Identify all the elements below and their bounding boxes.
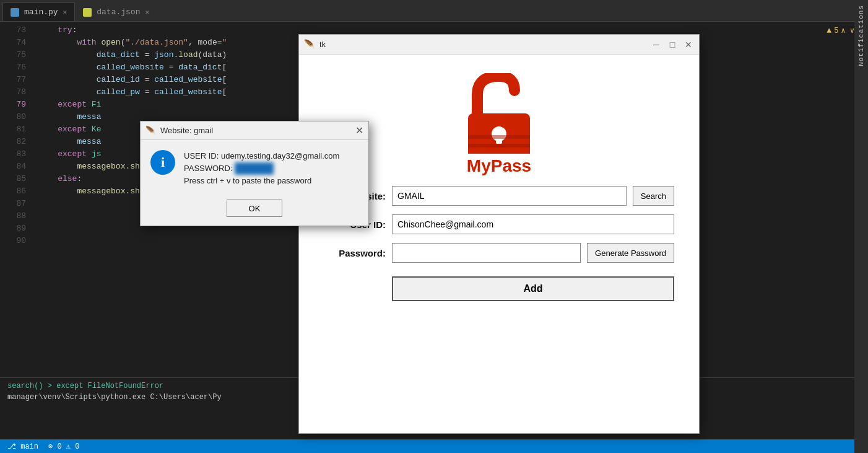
json-icon <box>83 8 92 17</box>
bottom-bar: ⎇ main ⊗ 0 ⚠ 0 <box>0 439 868 453</box>
dialog-footer: OK <box>141 195 368 226</box>
mypass-logo-area: MyPass <box>459 73 539 176</box>
dialog-close-button[interactable]: ✕ <box>355 126 363 136</box>
dialog-userid-line: USER ID: udemy.testing.day32@gmail.com <box>184 150 358 162</box>
notifications-label: Notifications <box>857 5 865 66</box>
tab-data-json-close[interactable]: ✕ <box>145 8 149 16</box>
add-row: Add <box>324 271 674 301</box>
tab-main-py-close[interactable]: ✕ <box>63 8 67 16</box>
tab-main-py[interactable]: main.py ✕ <box>2 2 75 21</box>
dialog-website-gmail: 🪶 Website: gmail ✕ i USER ID: udemy.test… <box>140 121 369 226</box>
mypass-title-icon: 🪶 <box>304 39 315 50</box>
mypass-title-text: tk <box>319 40 646 49</box>
dialog-password-hidden: •••••••••••• <box>235 162 274 175</box>
generate-password-button[interactable]: Generate Password <box>587 243 674 263</box>
mypass-window-controls: ─ □ ✕ <box>651 39 694 50</box>
dialog-hint-line: Press ctrl + v to paste the password <box>184 175 358 187</box>
svg-rect-4 <box>468 144 530 147</box>
py-icon <box>11 8 19 17</box>
password-label: Password: <box>324 248 386 258</box>
warnings-bar: ▲ 5 ∧ ∨ <box>827 26 854 35</box>
password-row: Password: Generate Password <box>324 243 674 263</box>
mypass-close-button[interactable]: ✕ <box>683 39 694 50</box>
dialog-title-icon: 🪶 <box>145 126 155 135</box>
line-numbers: 73747576 777879 80818283 84858687 888990 <box>0 22 31 377</box>
add-button[interactable]: Add <box>392 276 674 301</box>
tab-main-py-label: main.py <box>24 7 58 17</box>
bottom-status: ⎇ main <box>7 442 38 451</box>
dialog-body: i USER ID: udemy.testing.day32@gmail.com… <box>141 140 368 195</box>
tab-data-json[interactable]: data.json ✕ <box>75 2 157 21</box>
website-input[interactable] <box>392 186 627 206</box>
lock-icon <box>459 73 539 154</box>
mypass-window: 🪶 tk ─ □ ✕ MyPass <box>298 34 700 434</box>
dialog-info-icon: i <box>150 150 175 175</box>
warning-count: 5 <box>834 27 838 35</box>
password-input[interactable] <box>392 243 581 263</box>
notifications-sidebar: Notifications <box>854 0 868 453</box>
website-row: Website: Search <box>324 186 674 206</box>
svg-rect-3 <box>468 135 530 139</box>
dialog-content: USER ID: udemy.testing.day32@gmail.com P… <box>184 150 358 187</box>
mypass-minimize-button[interactable]: ─ <box>651 39 662 50</box>
userid-input[interactable] <box>392 214 674 234</box>
userid-row: User ID: <box>324 214 674 234</box>
mypass-titlebar[interactable]: 🪶 tk ─ □ ✕ <box>299 35 699 55</box>
dialog-ok-button[interactable]: OK <box>227 200 282 217</box>
search-button[interactable]: Search <box>633 186 674 206</box>
dialog-titlebar[interactable]: 🪶 Website: gmail ✕ <box>141 121 368 140</box>
warning-chevrons: ∧ ∨ <box>841 26 854 35</box>
tab-bar: main.py ✕ data.json ✕ <box>0 0 868 22</box>
bottom-errors: ⊗ 0 ⚠ 0 <box>48 442 79 451</box>
dialog-title-text: Website: gmail <box>160 126 350 135</box>
mypass-logo-text: MyPass <box>467 156 531 176</box>
tab-data-json-label: data.json <box>97 7 140 17</box>
warning-icon: ▲ <box>827 26 831 35</box>
mypass-body: MyPass Website: Search User ID: Password… <box>299 55 699 433</box>
mypass-maximize-button[interactable]: □ <box>667 39 678 50</box>
dialog-password-line: PASSWORD: •••••••••••• <box>184 162 358 175</box>
